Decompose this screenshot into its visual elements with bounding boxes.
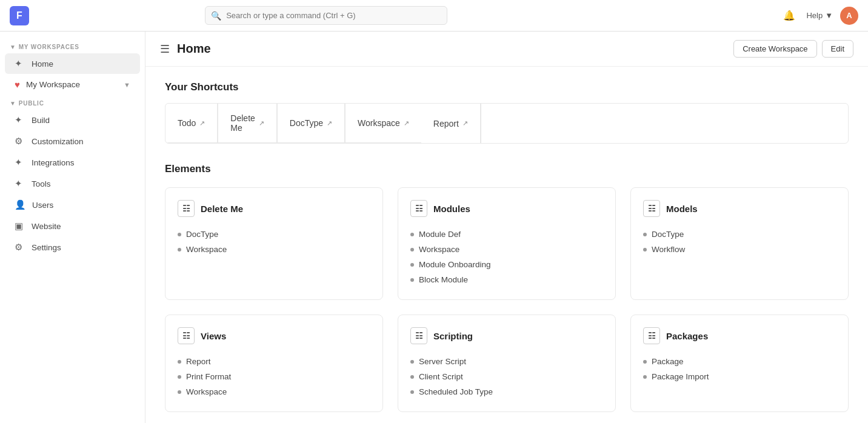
list-item[interactable]: DocType [643, 227, 836, 242]
integrations-icon: ✦ [15, 157, 25, 168]
my-workspaces-section: ▼ MY WORKSPACES [0, 39, 145, 53]
list-item[interactable]: DocType [178, 227, 370, 242]
settings-icon: ⚙ [15, 242, 25, 253]
list-item[interactable]: Report [178, 354, 370, 369]
shortcut-delete-me-label: Delete Me [230, 113, 255, 133]
users-label: Users [32, 201, 130, 210]
list-item[interactable]: Package [643, 354, 836, 369]
views-list: Report Print Format Workspace [178, 354, 370, 399]
sidebar-item-build[interactable]: ✦ Build [5, 110, 140, 130]
sidebar-item-website[interactable]: ▣ Website [5, 216, 140, 236]
search-icon: 🔍 [211, 11, 221, 21]
list-item[interactable]: Workflow [643, 242, 836, 257]
public-label: PUBLIC [19, 100, 44, 107]
elements-grid-row1: ☷ Delete Me DocType Workspace ☷ Modules [165, 187, 849, 300]
list-item[interactable]: Workspace [410, 242, 603, 257]
sidebar: ▼ MY WORKSPACES ✦ Home ♥ My Workspace ▼ … [0, 32, 145, 423]
sidebar-item-customization[interactable]: ⚙ Customization [5, 131, 140, 152]
shortcut-doctype-link-icon: ↗ [327, 119, 332, 127]
customization-label: Customization [32, 137, 130, 146]
edit-button[interactable]: Edit [822, 40, 853, 58]
shortcut-todo[interactable]: Todo ↗ [165, 104, 218, 142]
avatar[interactable]: A [840, 7, 858, 25]
shortcut-empty [481, 104, 564, 143]
tools-label: Tools [32, 179, 130, 188]
website-icon: ▣ [15, 221, 25, 231]
navbar-right: 🔔 Help ▼ A [780, 6, 858, 25]
home-icon: ✦ [15, 58, 25, 69]
create-workspace-button[interactable]: Create Workspace [733, 40, 816, 58]
sidebar-home-label: Home [32, 59, 130, 68]
element-card-scripting-header: ☷ Scripting [410, 327, 603, 344]
notifications-bell[interactable]: 🔔 [780, 6, 799, 25]
shortcut-workspace-link-icon: ↗ [404, 119, 409, 127]
shortcuts-title: Your Shortcuts [165, 81, 849, 93]
tools-icon: ✦ [15, 178, 25, 189]
element-card-delete-me-header: ☷ Delete Me [178, 200, 370, 217]
shortcuts-section: Your Shortcuts Todo ↗ Delete Me ↗ DocTyp… [165, 81, 849, 144]
delete-me-card-label: Delete Me [201, 204, 243, 214]
modules-list: Module Def Workspace Module Onboarding B… [410, 227, 603, 287]
shortcut-delete-me-link-icon: ↗ [259, 119, 264, 127]
heart-icon: ♥ [15, 79, 20, 90]
shortcut-workspace[interactable]: Workspace ↗ [345, 104, 421, 142]
models-list: DocType Workflow [643, 227, 836, 257]
content-area: Your Shortcuts Todo ↗ Delete Me ↗ DocTyp… [145, 67, 868, 423]
sidebar-item-settings[interactable]: ⚙ Settings [5, 237, 140, 258]
build-icon: ✦ [15, 115, 25, 125]
list-item[interactable]: Package Import [643, 369, 836, 384]
shortcuts-grid: Todo ↗ Delete Me ↗ DocType ↗ Workspace [165, 103, 849, 144]
shortcut-todo-link-icon: ↗ [199, 119, 205, 127]
shortcut-report-label: Report [433, 119, 459, 128]
settings-label: Settings [32, 243, 130, 252]
elements-grid-row2: ☷ Views Report Print Format Workspace ☷ … [165, 315, 849, 412]
shortcuts-row1: Todo ↗ Delete Me ↗ DocType ↗ Workspace [165, 104, 421, 143]
public-section: ▼ PUBLIC [0, 95, 145, 109]
shortcut-delete-me[interactable]: Delete Me ↗ [218, 104, 276, 142]
models-card-icon: ☷ [643, 200, 660, 217]
help-chevron-icon: ▼ [825, 11, 833, 20]
sidebar-my-workspace-label: My Workspace [26, 80, 118, 89]
shortcut-doctype[interactable]: DocType ↗ [277, 104, 345, 142]
delete-me-list: DocType Workspace [178, 227, 370, 257]
element-card-packages-header: ☷ Packages [643, 327, 836, 344]
help-menu[interactable]: Help ▼ [806, 11, 833, 20]
page-title: Home [177, 42, 733, 56]
packages-card-icon: ☷ [643, 327, 660, 344]
element-card-scripting: ☷ Scripting Server Script Client Script … [398, 315, 616, 412]
element-card-delete-me: ☷ Delete Me DocType Workspace [165, 187, 383, 300]
sidebar-item-integrations[interactable]: ✦ Integrations [5, 152, 140, 173]
app-logo[interactable]: F [10, 6, 29, 25]
sidebar-item-my-workspace[interactable]: ♥ My Workspace ▼ [5, 75, 140, 95]
shortcut-todo-label: Todo [178, 118, 196, 128]
shortcut-workspace-label: Workspace [358, 118, 400, 128]
list-item[interactable]: Workspace [178, 384, 370, 399]
views-card-label: Views [201, 331, 226, 341]
scripting-list: Server Script Client Script Scheduled Jo… [410, 354, 603, 399]
modules-card-icon: ☷ [410, 200, 427, 217]
menu-icon[interactable]: ☰ [160, 42, 170, 56]
list-item[interactable]: Scheduled Job Type [410, 384, 603, 399]
packages-card-label: Packages [666, 331, 708, 341]
shortcut-report[interactable]: Report ↗ [421, 104, 481, 143]
sidebar-item-tools[interactable]: ✦ Tools [5, 173, 140, 194]
search-input[interactable] [205, 6, 447, 25]
list-item[interactable]: Print Format [178, 369, 370, 384]
list-item[interactable]: Client Script [410, 369, 603, 384]
navbar: F 🔍 🔔 Help ▼ A [0, 0, 868, 32]
list-item[interactable]: Module Def [410, 227, 603, 242]
shortcut-report-link-icon: ↗ [462, 119, 468, 127]
sidebar-item-users[interactable]: 👤 Users [5, 195, 140, 215]
sidebar-item-home[interactable]: ✦ Home [5, 53, 140, 74]
list-item[interactable]: Server Script [410, 354, 603, 369]
element-card-modules: ☷ Modules Module Def Workspace Module On… [398, 187, 616, 300]
search-container: 🔍 [205, 6, 447, 25]
element-card-views: ☷ Views Report Print Format Workspace [165, 315, 383, 412]
modules-card-label: Modules [433, 204, 470, 214]
website-label: Website [32, 222, 130, 231]
list-item[interactable]: Module Onboarding [410, 257, 603, 272]
list-item[interactable]: Workspace [178, 242, 370, 257]
list-item[interactable]: Block Module [410, 272, 603, 287]
views-card-icon: ☷ [178, 327, 195, 344]
element-card-packages: ☷ Packages Package Package Import [630, 315, 849, 412]
